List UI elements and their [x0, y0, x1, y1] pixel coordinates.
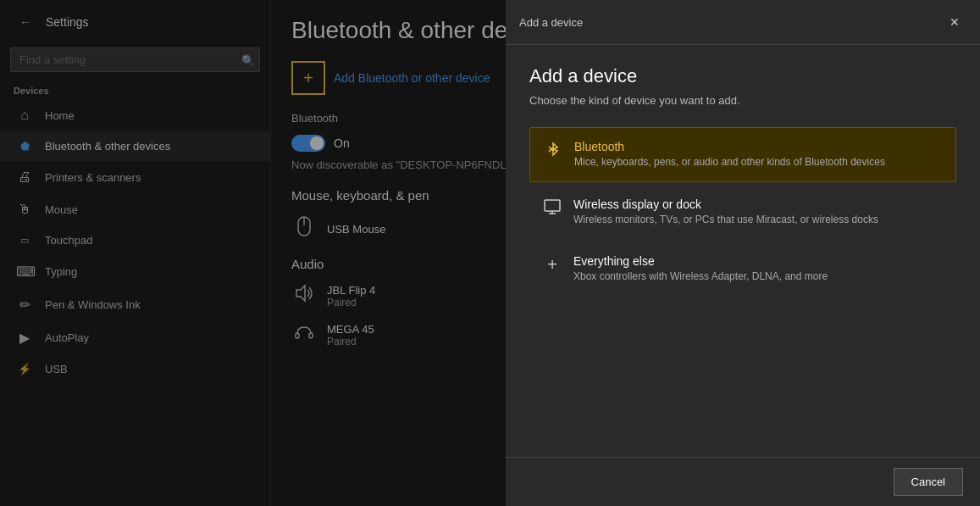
dialog-title: Add a device [519, 16, 583, 29]
svg-rect-5 [545, 200, 560, 211]
dialog-footer: Cancel [506, 457, 980, 506]
option-desc-else: Xbox controllers with Wireless Adapter, … [573, 270, 828, 284]
add-device-dialog: Add a device ✕ Add a device Choose the k… [506, 0, 980, 506]
option-texts-wireless: Wireless display or dock Wireless monito… [573, 197, 878, 227]
option-everything-else[interactable]: + Everything else Xbox controllers with … [529, 242, 956, 296]
monitor-option-icon [543, 199, 562, 219]
option-bluetooth[interactable]: Bluetooth Mice, keyboards, pens, or audi… [529, 127, 956, 182]
dialog-body: Add a device Choose the kind of device y… [506, 45, 980, 457]
option-wireless-display[interactable]: Wireless display or dock Wireless monito… [529, 186, 956, 239]
plus-option-icon: + [543, 256, 562, 273]
cancel-button[interactable]: Cancel [894, 468, 963, 496]
option-desc-bluetooth: Mice, keyboards, pens, or audio and othe… [574, 155, 885, 170]
dialog-close-button[interactable]: ✕ [943, 10, 966, 34]
option-title-else: Everything else [573, 254, 828, 268]
dialog-heading: Add a device [529, 65, 956, 87]
dialog-titlebar: Add a device ✕ [506, 0, 980, 45]
dialog-subtitle: Choose the kind of device you want to ad… [529, 94, 956, 107]
close-icon: ✕ [950, 15, 960, 29]
option-title-bluetooth: Bluetooth [574, 140, 885, 153]
bluetooth-option-icon [544, 142, 562, 161]
option-title-wireless: Wireless display or dock [573, 197, 878, 211]
option-texts-bluetooth: Bluetooth Mice, keyboards, pens, or audi… [574, 140, 885, 170]
option-texts-else: Everything else Xbox controllers with Wi… [573, 254, 828, 284]
option-desc-wireless: Wireless monitors, TVs, or PCs that use … [573, 213, 878, 227]
